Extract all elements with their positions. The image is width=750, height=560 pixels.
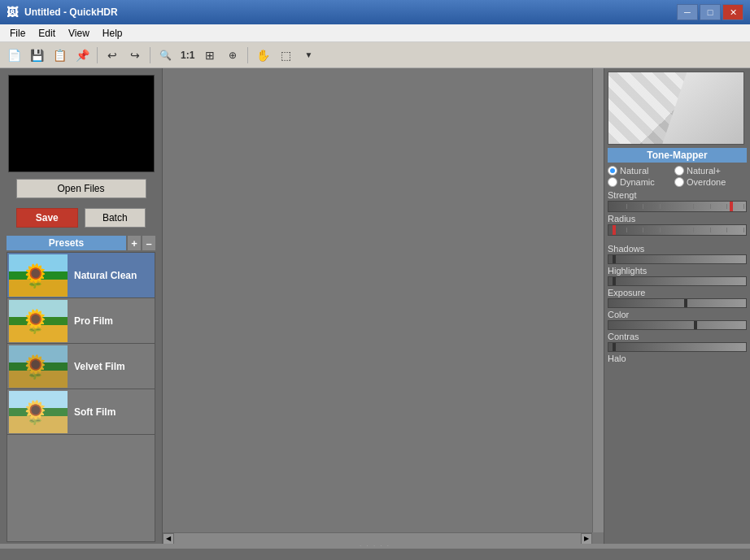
- canvas-area[interactable]: ◀ ▶: [163, 68, 604, 544]
- action-buttons: Save Batch: [0, 205, 162, 231]
- scroll-right-arrow[interactable]: ▶: [581, 533, 592, 545]
- slider-color-label: Color: [608, 310, 747, 319]
- file-preview: [8, 75, 155, 172]
- scroll-track-horizontal[interactable]: [174, 533, 581, 544]
- toolbar-save[interactable]: 💾: [26, 46, 47, 65]
- menu-edit[interactable]: Edit: [32, 26, 62, 41]
- horizontal-scrollbar[interactable]: ◀ ▶: [163, 532, 592, 544]
- slider-color-thumb[interactable]: [694, 321, 697, 329]
- presets-add-button[interactable]: +: [128, 236, 141, 250]
- radio-naturalplus-circle[interactable]: [674, 166, 684, 176]
- toolbar-sep3: [247, 47, 248, 63]
- slider-radius-thumb[interactable]: [613, 225, 616, 235]
- minimize-button[interactable]: ─: [677, 4, 698, 20]
- preset-item-natural-clean[interactable]: Natural Clean: [7, 253, 155, 298]
- toolbar-sep1: [97, 47, 98, 63]
- menu-help[interactable]: Help: [96, 26, 129, 41]
- toolbar-select[interactable]: ⬚: [275, 46, 296, 65]
- vertical-scrollbar[interactable]: [592, 68, 604, 532]
- presets-list: Natural Clean Pro Film Velvet Film Soft …: [7, 252, 155, 542]
- preset-thumb-1: [9, 300, 68, 342]
- toolbar-dropdown[interactable]: ▼: [298, 46, 319, 65]
- radio-overdone[interactable]: Overdone: [674, 177, 739, 187]
- preset-item-velvet-film[interactable]: Velvet Film: [7, 344, 155, 389]
- menu-view[interactable]: View: [62, 26, 96, 41]
- menu-bar: File Edit View Help: [0, 24, 750, 42]
- radio-dynamic-label: Dynamic: [620, 177, 655, 187]
- slider-contrast-thumb[interactable]: [613, 343, 616, 351]
- tone-mapper-options: Natural Natural+ Dynamic Overdone: [608, 166, 747, 187]
- slider-shadows-thumb[interactable]: [613, 255, 616, 263]
- toolbar-paste[interactable]: 📌: [72, 46, 93, 65]
- toolbar-copy[interactable]: 📋: [49, 46, 70, 65]
- title-bar-controls: ─ □ ✕: [677, 4, 743, 20]
- slider-exposure-track[interactable]: [608, 298, 747, 308]
- preset-thumb-0: [9, 254, 68, 297]
- radio-natural[interactable]: Natural: [608, 166, 673, 176]
- menu-file[interactable]: File: [3, 26, 32, 41]
- presets-label: Presets: [7, 236, 126, 250]
- toolbar-redo[interactable]: ↪: [124, 46, 146, 65]
- radio-naturalplus[interactable]: Natural+: [674, 166, 739, 176]
- slider-halo-section: Halo: [608, 354, 747, 364]
- slider-strengt-thumb[interactable]: [730, 202, 733, 211]
- radio-overdone-label: Overdone: [687, 177, 726, 187]
- preview-thumb-image: [662, 72, 743, 144]
- batch-button[interactable]: Batch: [85, 208, 146, 228]
- close-button[interactable]: ✕: [722, 4, 743, 20]
- slider-highlights-label: Highlights: [608, 266, 747, 276]
- presets-header: Presets + –: [7, 236, 155, 250]
- preset-name-1: Pro Film: [68, 312, 120, 330]
- tone-mapper-label: Tone-Mapper: [608, 148, 747, 163]
- preset-name-2: Velvet Film: [68, 358, 132, 376]
- preset-item-soft-film[interactable]: Soft Film: [7, 389, 155, 435]
- slider-exposure-thumb[interactable]: [684, 299, 687, 307]
- toolbar-new[interactable]: 📄: [3, 46, 24, 65]
- slider-radius-ticks: [608, 225, 746, 235]
- slider-strengt-label: Strengt: [608, 190, 747, 200]
- toolbar-zoom-fit[interactable]: 🔍: [155, 46, 176, 65]
- radio-dynamic[interactable]: Dynamic: [608, 177, 673, 187]
- radio-natural-label: Natural: [620, 166, 648, 176]
- slider-strengt-section: Strengt: [608, 190, 747, 212]
- toolbar-zoom-in[interactable]: ⊕: [222, 46, 243, 65]
- slider-shadows-section: Shadows: [608, 244, 747, 264]
- title-bar-text: Untitled - QuickHDR: [24, 7, 677, 18]
- slider-radius-section: Radius: [608, 214, 747, 236]
- left-panel: Open Files Save Batch Presets + – Natura…: [0, 68, 163, 544]
- toolbar-zoom-expand[interactable]: ⊞: [199, 46, 220, 65]
- toolbar-pan[interactable]: ✋: [252, 46, 273, 65]
- preset-item-pro-film[interactable]: Pro Film: [7, 298, 155, 344]
- title-bar: 🖼 Untitled - QuickHDR ─ □ ✕: [0, 0, 750, 24]
- scroll-left-arrow[interactable]: ◀: [163, 533, 174, 545]
- slider-shadows-track[interactable]: [608, 254, 747, 264]
- right-panel: Tone-Mapper Natural Natural+ Dynamic Ove…: [604, 68, 750, 544]
- app-icon: 🖼: [7, 6, 20, 19]
- slider-highlights-track[interactable]: [608, 276, 747, 286]
- slider-shadows-label: Shadows: [608, 244, 747, 254]
- tone-preview-thumb: [608, 72, 744, 145]
- slider-contrast-track[interactable]: [608, 342, 747, 352]
- toolbar-undo[interactable]: ↩: [102, 46, 123, 65]
- radio-natural-circle[interactable]: [608, 166, 617, 176]
- slider-color-track[interactable]: [608, 320, 747, 330]
- slider-exposure-section: Exposure: [608, 288, 747, 308]
- slider-radius-track[interactable]: [608, 224, 747, 236]
- maximize-button[interactable]: □: [700, 4, 721, 20]
- slider-exposure-label: Exposure: [608, 288, 747, 297]
- main-layout: Open Files Save Batch Presets + – Natura…: [0, 68, 750, 544]
- slider-contrast-label: Contras: [608, 332, 747, 341]
- radio-overdone-circle[interactable]: [674, 177, 684, 187]
- slider-highlights-thumb[interactable]: [613, 277, 616, 285]
- slider-radius-label: Radius: [608, 214, 747, 224]
- slider-strengt-track[interactable]: [608, 201, 747, 212]
- open-files-button[interactable]: Open Files: [16, 179, 146, 198]
- presets-remove-button[interactable]: –: [142, 236, 155, 250]
- save-button[interactable]: Save: [16, 208, 78, 228]
- preset-name-0: Natural Clean: [68, 267, 143, 284]
- radio-naturalplus-label: Natural+: [687, 166, 721, 176]
- toolbar: 📄 💾 📋 📌 ↩ ↪ 🔍 1:1 ⊞ ⊕ ✋ ⬚ ▼: [0, 42, 750, 68]
- preset-name-3: Soft Film: [68, 403, 122, 421]
- toolbar-zoom-label: 1:1: [177, 50, 198, 61]
- radio-dynamic-circle[interactable]: [608, 177, 617, 187]
